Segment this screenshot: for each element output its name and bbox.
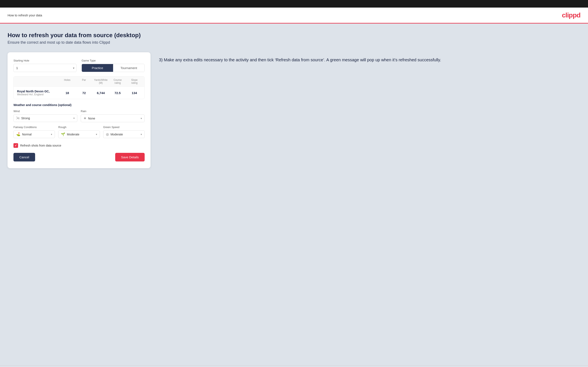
wind-icon: 🌬 <box>16 116 19 120</box>
description-panel: 3) Make any extra edits necessary to the… <box>159 52 580 63</box>
starting-hole-select[interactable]: 1 <box>13 64 77 72</box>
starting-hole-label: Starting Hole <box>13 59 77 62</box>
course-header-row: Holes Par Yards/White (M) Course rating … <box>14 76 144 87</box>
course-yards-value: 6,744 <box>94 91 108 95</box>
course-name: Royal North Devon GC, <box>17 90 57 93</box>
rain-select[interactable]: ☀ None ▾ <box>81 114 145 122</box>
page-subtitle: Ensure the correct and most up to date d… <box>8 40 580 45</box>
rain-chevron-icon: ▾ <box>141 117 142 120</box>
logo: clippd <box>562 11 580 19</box>
header: How to refresh your data clippd <box>0 8 588 24</box>
green-speed-select[interactable]: ◎ Moderate ▾ <box>103 130 145 138</box>
fairway-group: Fairway Conditions ⛳ Normal ▾ <box>13 125 55 138</box>
rain-value: None <box>88 117 141 120</box>
rough-value: Moderate <box>67 133 96 136</box>
rain-group: Rain ☀ None ▾ <box>81 110 145 122</box>
conditions-row-2: Fairway Conditions ⛳ Normal ▾ Rough 🌱 Mo… <box>13 125 145 138</box>
main-card: Starting Hole 1 ▾ Game Type Practice Tou… <box>8 52 150 168</box>
fairway-chevron-icon: ▾ <box>51 133 52 136</box>
course-table: Holes Par Yards/White (M) Course rating … <box>13 76 145 99</box>
starting-hole-group: Starting Hole 1 ▾ <box>13 59 77 72</box>
refresh-checkbox[interactable]: ✓ <box>13 143 18 148</box>
green-speed-value: Moderate <box>111 133 141 136</box>
course-header-yards: Yards/White (M) <box>94 79 107 84</box>
footer: Copyright Clippd 2022 <box>0 365 588 367</box>
conditions-section-title: Weather and course conditions (optional) <box>13 103 145 107</box>
course-name-cell: Royal North Devon GC, Westward Ho!, Engl… <box>17 90 57 96</box>
game-type-label: Game Type <box>82 59 145 62</box>
checkmark-icon: ✓ <box>15 144 17 147</box>
green-speed-icon: ◎ <box>106 132 109 136</box>
practice-button[interactable]: Practice <box>82 64 113 72</box>
tournament-button[interactable]: Tournament <box>113 64 144 72</box>
course-location: Westward Ho!, England <box>17 93 57 96</box>
cancel-button[interactable]: Cancel <box>13 153 35 161</box>
course-header-course-rating: Course rating <box>111 79 124 84</box>
rain-icon: ☀ <box>83 116 86 120</box>
game-type-group: Game Type Practice Tournament <box>82 59 145 72</box>
wind-select[interactable]: 🌬 Strong ▾ <box>13 114 77 122</box>
description-text: 3) Make any extra edits necessary to the… <box>159 57 580 63</box>
rain-label: Rain <box>81 110 145 113</box>
rough-label: Rough <box>58 125 100 129</box>
course-slope-value: 134 <box>128 91 141 95</box>
green-speed-label: Green Speed <box>103 125 145 129</box>
main-content: How to refresh your data from source (de… <box>0 24 588 365</box>
rough-select[interactable]: 🌱 Moderate ▾ <box>58 130 100 138</box>
wind-label: Wind <box>13 110 77 113</box>
rough-chevron-icon: ▾ <box>96 133 97 136</box>
wind-chevron-icon: ▾ <box>73 117 75 120</box>
page-title: How to refresh your data from source (de… <box>8 32 580 39</box>
course-rating-value: 72.5 <box>111 91 124 95</box>
fairway-label: Fairway Conditions <box>13 125 55 129</box>
game-type-buttons: Practice Tournament <box>82 64 145 72</box>
rough-icon: 🌱 <box>61 132 65 136</box>
fairway-value: Normal <box>22 133 51 136</box>
content-row: Starting Hole 1 ▾ Game Type Practice Tou… <box>8 52 580 168</box>
wind-group: Wind 🌬 Strong ▾ <box>13 110 77 122</box>
fairway-icon: ⛳ <box>16 132 20 136</box>
course-data-row: Royal North Devon GC, Westward Ho!, Engl… <box>14 87 144 99</box>
wind-value: Strong <box>21 117 73 120</box>
header-title: How to refresh your data <box>8 13 42 17</box>
course-header-slope-rating: Slope rating <box>128 79 141 84</box>
course-holes-value: 18 <box>61 91 74 95</box>
save-details-button[interactable]: Save Details <box>115 153 145 161</box>
top-bar <box>0 0 588 8</box>
course-header-name <box>17 79 57 84</box>
starting-hole-wrapper: 1 ▾ <box>13 64 77 72</box>
green-speed-group: Green Speed ◎ Moderate ▾ <box>103 125 145 138</box>
rough-group: Rough 🌱 Moderate ▾ <box>58 125 100 138</box>
green-speed-chevron-icon: ▾ <box>141 133 142 136</box>
course-par-value: 72 <box>77 91 91 95</box>
fairway-select[interactable]: ⛳ Normal ▾ <box>13 130 55 138</box>
course-header-holes: Holes <box>61 79 74 84</box>
conditions-row-1: Wind 🌬 Strong ▾ Rain ☀ None ▾ <box>13 110 145 122</box>
refresh-checkbox-label: Refresh shots from data source <box>20 144 61 147</box>
course-header-par: Par <box>77 79 91 84</box>
button-row: Cancel Save Details <box>13 153 145 161</box>
form-row-top: Starting Hole 1 ▾ Game Type Practice Tou… <box>13 59 145 72</box>
refresh-checkbox-row: ✓ Refresh shots from data source <box>13 143 145 148</box>
